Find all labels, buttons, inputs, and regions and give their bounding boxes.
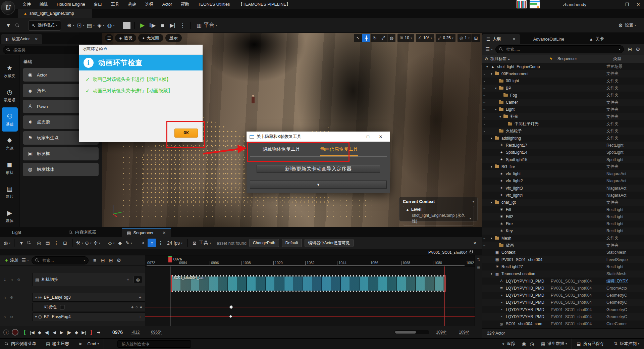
snap-options-icon[interactable]: ⋮: [156, 239, 165, 247]
world-dropdown[interactable]: ◍▾: [106, 20, 116, 31]
timeline-range-bar[interactable]: [147, 265, 465, 266]
status-circle-icon[interactable]: ◉: [520, 340, 528, 348]
playback-start-value[interactable]: 0965*: [151, 330, 161, 335]
save-icon[interactable]: ▼: [3, 20, 13, 31]
snap-magnet-icon[interactable]: ∩: [148, 239, 156, 247]
outliner-row[interactable]: ⌣ ▾ Mesh 文件夹: [482, 235, 644, 242]
tab-anim-info-restore[interactable]: 动画信息恢复工具: [320, 146, 358, 156]
outliner-row[interactable]: ✴ vfx_light4 NiagaraAct: [482, 192, 644, 199]
cmd-dropdown[interactable]: ⊳_ Cmd ▾: [74, 339, 104, 349]
prev-frame-icon[interactable]: ◀|: [43, 328, 51, 336]
outliner-row[interactable]: ⌣ ▾ Light 文件夹: [482, 106, 644, 113]
jump-to-start-icon[interactable]: |◀: [29, 328, 36, 336]
outliner-row[interactable]: ▾ BG_fire 文件夹: [482, 163, 644, 170]
menu-item[interactable]: Houdini Engine: [52, 0, 90, 9]
menu-item[interactable]: Actor: [158, 0, 176, 9]
outliner-row[interactable]: ✴ vfx_light2 NiagaraAct: [482, 178, 644, 185]
add-section-icon[interactable]: ＋: [138, 294, 142, 300]
menu-item[interactable]: 编辑: [35, 0, 52, 9]
wrench-icon[interactable]: ⚒▾: [75, 239, 84, 247]
expand-arrow-icon[interactable]: ▾: [491, 272, 494, 276]
outliner-row[interactable]: ✳ Key RectLight: [482, 228, 644, 235]
level-tab[interactable]: ▲ shot_light_EngineComp: [18, 9, 92, 18]
auto-key-icon[interactable]: ◆: [116, 239, 124, 247]
expand-arrow-icon[interactable]: ▾: [491, 137, 494, 140]
playback-end-value[interactable]: 1094*: [436, 330, 446, 335]
expand-arrow-icon[interactable]: ▾: [491, 72, 494, 76]
outliner-row[interactable]: ⌣ 中间柱子灯光 文件夹: [482, 120, 644, 127]
outliner-search[interactable]: ▾: [495, 45, 624, 53]
dialog-title-bar[interactable]: 动画环节检查: [79, 45, 203, 55]
notification-thumbnail[interactable]: [530, 0, 540, 8]
add-folder-icon[interactable]: ⊞: [626, 45, 634, 54]
frame-placeholder-icon[interactable]: [122, 20, 132, 31]
place-actor-category[interactable]: ▤ 影片: [0, 180, 19, 204]
outliner-row[interactable]: ✳ RectLight27 RectLight: [482, 263, 644, 270]
lock-icon[interactable]: [470, 251, 473, 253]
tab-sequencer[interactable]: ▤ Sequencer ✕: [122, 228, 171, 237]
loop-end-bracket[interactable]: ]: [88, 328, 95, 336]
prev-key-icon[interactable]: ◆: [131, 305, 133, 309]
outliner-row[interactable]: ▾ char_lgt 文件夹: [482, 199, 644, 206]
visibility-column-icon[interactable]: ⊙: [482, 56, 490, 61]
lock-camera-button[interactable]: ◎: [133, 276, 142, 283]
outliner-row[interactable]: ◔ LQYDYPVYHB_PMD PV001_SC01_shot004 Geom…: [482, 306, 644, 313]
lock-track-icon[interactable]: ∩: [3, 295, 6, 299]
keyframe-diamond[interactable]: [229, 315, 232, 318]
outliner-row[interactable]: ◔ LQYDYPVYHB_PMD PV001_SC01_shot004 Geom…: [482, 292, 644, 299]
current-frame-value[interactable]: 0976: [112, 330, 123, 335]
rotate-tool-icon[interactable]: ↻: [371, 34, 379, 42]
camera-cut-filmstrip[interactable]: [171, 275, 446, 292]
browse-icon[interactable]: [26, 239, 35, 247]
outliner-row[interactable]: ✳ Fill RectLight: [482, 206, 644, 213]
track-search-input[interactable]: [42, 258, 82, 263]
outliner-row[interactable]: ⌣ Fog 文件夹: [482, 92, 644, 99]
maximize-viewport-icon[interactable]: ⊞: [472, 34, 480, 42]
tab-advance-outline[interactable]: AdvanceOutLine: [529, 34, 568, 44]
menu-item[interactable]: 选择: [141, 0, 158, 9]
marker-icon[interactable]: ⌖: [139, 239, 148, 247]
expand-arrow-icon[interactable]: ▾: [486, 65, 490, 68]
mute-track-icon[interactable]: ⊘: [17, 278, 20, 282]
add-key-icon[interactable]: ◇: [136, 305, 138, 309]
content-drawer-button[interactable]: 内容侧滑菜单: [0, 339, 41, 349]
outliner-row[interactable]: ▾ addlighting 文件夹: [482, 135, 644, 142]
expand-arrow-icon[interactable]: ▾: [491, 165, 494, 168]
derived-data-dropdown[interactable]: ▦ 派生数据 ▾: [536, 339, 572, 349]
move-tool-icon[interactable]: ╋: [362, 34, 370, 42]
add-camera-cut-icon[interactable]: ＋: [126, 277, 130, 283]
place-actor-tab[interactable]: ◧ 放置Actor ✕: [1, 34, 42, 44]
maximize-button[interactable]: □: [362, 132, 374, 141]
visibility-section-line[interactable]: [145, 307, 475, 307]
outliner-row[interactable]: ◔ LQYDYPVYHB_PMD PV001_SC01_shot004 Geom…: [482, 299, 644, 306]
close-icon[interactable]: ✕: [35, 37, 38, 42]
place-actor-category[interactable]: ★ 收藏夹: [0, 59, 19, 83]
outliner-row[interactable]: ✳ RectLight17 RectLight: [482, 142, 644, 149]
outliner-row[interactable]: ⌣ 火焰粒子 文件夹: [482, 128, 644, 135]
sequencer-column-header[interactable]: Sequencer: [557, 56, 610, 61]
menu-item[interactable]: 构建: [124, 0, 141, 9]
maximize-button[interactable]: ❐: [621, 0, 633, 8]
record-button[interactable]: [12, 329, 18, 336]
place-actor-item[interactable]: ◍ 触发球体: [23, 163, 99, 176]
place-actor-category[interactable]: ▶ 媒体: [0, 204, 19, 228]
dialog-title-bar[interactable]: 关卡隐藏和K帧恢复工具 — □ ✕: [247, 132, 390, 142]
select-mode-dropdown[interactable]: ↖ 选择模式 ▾: [28, 20, 61, 31]
viewport-menu-icon[interactable]: ☰: [105, 34, 113, 42]
prev-key-icon[interactable]: ◆: [36, 328, 43, 336]
show-dropdown[interactable]: 显示: [165, 34, 182, 42]
close-button[interactable]: ✕: [633, 0, 644, 8]
notification-thumbnail[interactable]: [517, 0, 527, 8]
expand-arrow-icon[interactable]: ▾: [499, 115, 503, 118]
actor-visible-button[interactable]: 编辑器中Actor是否可见: [305, 239, 354, 247]
place-actor-category[interactable]: ✸ 光源: [0, 132, 19, 156]
changepath-button[interactable]: ChangePath: [249, 239, 279, 247]
outliner-row[interactable]: ◔ LQYDYPVYHB_PMD PV001_SC01_shot004 Geom…: [482, 313, 644, 320]
ok-button[interactable]: OK: [174, 129, 198, 138]
loop-mode-icon[interactable]: ➜: [95, 328, 102, 336]
jump-to-end-icon[interactable]: ▶|: [80, 328, 88, 336]
outliner-row[interactable]: ⌣ 壁画 文件夹: [482, 242, 644, 249]
outliner-row[interactable]: ▾ ▲ shot_light_EngineComp 世界场景: [482, 63, 644, 70]
expand-arrow-icon[interactable]: ▾: [495, 87, 499, 90]
console-input[interactable]: [117, 340, 191, 348]
